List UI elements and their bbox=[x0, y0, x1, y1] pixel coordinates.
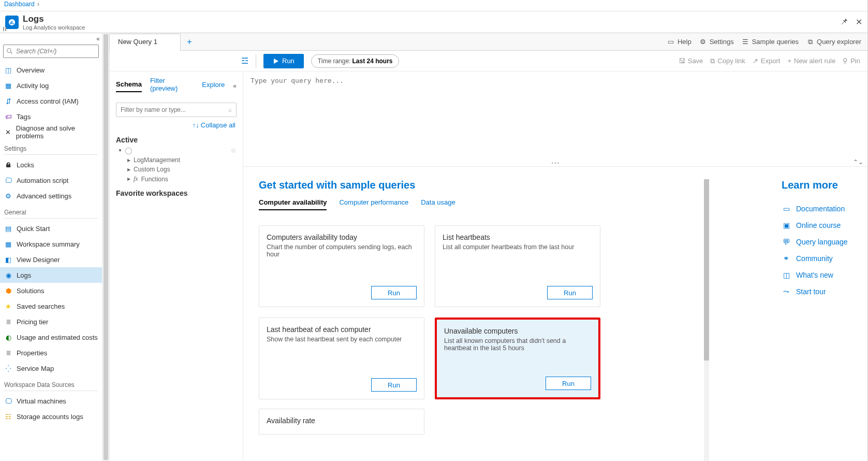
sidebar-item-servicemap[interactable]: ⁛Service Map bbox=[0, 361, 102, 376]
run-button[interactable]: Run bbox=[263, 54, 304, 68]
explore-tab[interactable]: Explore bbox=[202, 81, 225, 92]
sidebar-item-storage[interactable]: ☷Storage accounts logs bbox=[0, 409, 102, 424]
gear-icon: ⚙ bbox=[4, 192, 12, 200]
samples-tab-availability[interactable]: Computer availability bbox=[259, 195, 327, 210]
learn-more-title: Learn more bbox=[782, 179, 848, 191]
card-run-button[interactable]: Run bbox=[546, 377, 591, 390]
scrollbar-thumb[interactable] bbox=[704, 179, 709, 361]
filter-tab[interactable]: Filter (preview) bbox=[150, 77, 194, 95]
learn-link-language[interactable]: 💬︎Query language bbox=[782, 234, 848, 250]
explorer-label: Query explorer bbox=[817, 38, 861, 46]
sidebar-item-quickstart[interactable]: ▤Quick Start bbox=[0, 221, 102, 236]
card-run-button[interactable]: Run bbox=[371, 378, 417, 392]
svg-line-5 bbox=[11, 52, 12, 54]
activity-icon: ▦ bbox=[4, 81, 12, 90]
sidebar-item-label: Properties bbox=[17, 349, 47, 357]
sidebar-item-logs[interactable]: ◉Logs bbox=[0, 267, 102, 283]
resize-handle[interactable]: • • •⌃⌄ bbox=[243, 161, 867, 165]
gear-icon: ⚙ bbox=[699, 38, 707, 46]
vm-icon: 🖵 bbox=[4, 397, 12, 405]
schema-collapse-icon[interactable]: « bbox=[233, 82, 237, 90]
export-icon: ↗ bbox=[753, 57, 758, 65]
sidebar-item-automation[interactable]: 🖵Automation script bbox=[0, 172, 102, 188]
card-desc: Show the last heartbeat sent by each com… bbox=[267, 336, 417, 343]
sidebar-item-vm[interactable]: 🖵Virtual machines bbox=[0, 393, 102, 409]
sidebar-scrollbar[interactable] bbox=[102, 33, 110, 461]
sample-card-list-heartbeats: List heartbeats List all computer heartb… bbox=[435, 225, 600, 307]
samples-scrollbar[interactable] bbox=[704, 179, 709, 461]
tree-node-customlogs[interactable]: ▶Custom Logs bbox=[116, 165, 237, 174]
learn-link-label: Community bbox=[796, 254, 833, 263]
page-subtitle: Log Analytics workspace bbox=[23, 24, 85, 31]
page-title: Logs bbox=[23, 14, 85, 24]
learn-link-community[interactable]: ⚭Community bbox=[782, 250, 848, 267]
sidebar-item-locks[interactable]: 🔒︎Locks bbox=[0, 157, 102, 172]
card-title: List heartbeats bbox=[443, 233, 593, 241]
sidebar-section-general: General bbox=[0, 204, 102, 217]
help-button[interactable]: ▭Help bbox=[667, 38, 692, 46]
sidebar-item-overview[interactable]: ◫Overview bbox=[0, 62, 102, 78]
learn-link-tour[interactable]: ⤳Start tour bbox=[782, 283, 848, 300]
pin-icon[interactable]: 📌︎ bbox=[840, 17, 848, 27]
sidebar-item-saved[interactable]: ★Saved searches bbox=[0, 298, 102, 314]
sidebar-search-input[interactable] bbox=[16, 48, 95, 55]
learn-link-whatsnew[interactable]: ◫What's new bbox=[782, 267, 848, 283]
breadcrumb-root[interactable]: Dashboard bbox=[4, 1, 35, 8]
tree-workspace[interactable]: ▼◯☆ bbox=[116, 146, 237, 155]
properties-icon: Ⅲ bbox=[4, 349, 12, 357]
learn-link-documentation[interactable]: ▭Documentation bbox=[782, 200, 848, 217]
card-run-button[interactable]: Run bbox=[547, 286, 593, 299]
export-label: Export bbox=[761, 57, 781, 65]
sidebar-item-activity[interactable]: ▦Activity log bbox=[0, 78, 102, 93]
samples-tab-performance[interactable]: Computer performance bbox=[339, 195, 408, 210]
sidebar-item-properties[interactable]: ⅢProperties bbox=[0, 345, 102, 361]
sliders-icon[interactable]: ☲ bbox=[241, 56, 248, 66]
settings-button[interactable]: ⚙Settings bbox=[699, 38, 734, 46]
card-title: Computers availability today bbox=[267, 233, 417, 241]
sidebar-item-label: Solutions bbox=[17, 287, 44, 295]
sidebar-item-advanced[interactable]: ⚙Advanced settings bbox=[0, 188, 102, 204]
sidebar-item-tags[interactable]: 🏷︎Tags bbox=[0, 109, 102, 124]
collapse-all-button[interactable]: ↑↓Collapse all bbox=[110, 121, 243, 134]
chevron-right-icon: ▶ bbox=[127, 177, 130, 181]
schema-filter-input[interactable] bbox=[121, 106, 228, 113]
sidebar-item-label: Usage and estimated costs bbox=[17, 334, 98, 341]
sidebar-item-summary[interactable]: ▦Workspace summary bbox=[0, 236, 102, 252]
plus-icon: + bbox=[787, 57, 791, 65]
collapse-all-label: Collapse all bbox=[201, 121, 236, 129]
sidebar-search[interactable] bbox=[3, 45, 99, 58]
query-editor[interactable] bbox=[243, 71, 867, 167]
chevron-up-down-icon[interactable]: ⌃⌄ bbox=[853, 159, 863, 166]
query-explorer-button[interactable]: ⧉Query explorer bbox=[806, 38, 861, 46]
close-icon[interactable]: ✕ bbox=[856, 17, 862, 27]
sidebar-item-pricing[interactable]: ⅢPricing tier bbox=[0, 314, 102, 329]
card-run-button[interactable]: Run bbox=[371, 286, 417, 299]
sample-label: Sample queries bbox=[752, 38, 799, 46]
schema-filter[interactable]: ⌕ bbox=[116, 103, 237, 117]
tree-node-logmanagement[interactable]: ▶LogManagement bbox=[116, 155, 237, 165]
sort-icon: ↑↓ bbox=[193, 121, 199, 129]
card-desc: List all known computers that didn't sen… bbox=[444, 337, 591, 352]
add-tab-button[interactable]: + bbox=[181, 33, 198, 50]
sidebar-item-diagnose[interactable]: ✕Diagnose and solve problems bbox=[0, 124, 102, 140]
tab-new-query[interactable]: New Query 1 bbox=[109, 34, 181, 51]
learn-link-course[interactable]: ▣Online course bbox=[782, 217, 848, 234]
sidebar-item-viewdesigner[interactable]: ◧View Designer bbox=[0, 252, 102, 267]
card-title: Unavailable computers bbox=[444, 327, 591, 335]
sidebar-item-solutions[interactable]: ⬢Solutions bbox=[0, 283, 102, 298]
save-icon: 🖫 bbox=[679, 57, 685, 65]
samples-tab-usage[interactable]: Data usage bbox=[421, 195, 455, 210]
favorite-star-icon[interactable]: ☆ bbox=[230, 147, 237, 154]
tree-node-functions[interactable]: ▶fxFunctions bbox=[116, 174, 237, 184]
list-icon: ☰ bbox=[741, 38, 749, 46]
query-textarea[interactable] bbox=[243, 71, 867, 165]
schema-tab[interactable]: Schema bbox=[116, 80, 142, 92]
fx-icon: fx bbox=[134, 175, 138, 183]
sidebar-item-usage[interactable]: ◐Usage and estimated costs bbox=[0, 329, 102, 345]
sidebar-item-iam[interactable]: ⇵Access control (IAM) bbox=[0, 93, 102, 109]
wand-icon: ⤳ bbox=[782, 287, 791, 296]
sidebar-collapse-icon[interactable]: « bbox=[0, 35, 102, 45]
save-button: 🖫Save bbox=[679, 57, 703, 65]
sample-queries-button[interactable]: ☰Sample queries bbox=[741, 38, 799, 46]
time-range-picker[interactable]: Time range: Last 24 hours bbox=[311, 54, 400, 68]
